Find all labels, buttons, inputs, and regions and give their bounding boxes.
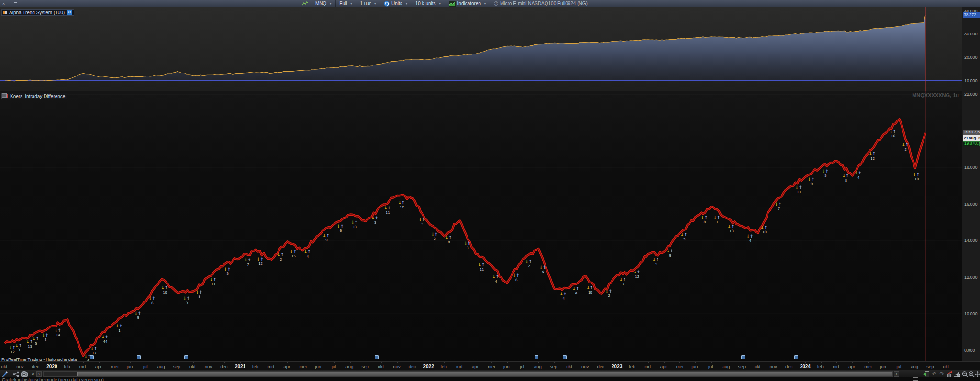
- price-legend-chip[interactable]: Koers Intraday Difference: [1, 93, 67, 99]
- timeline-tick: [868, 362, 869, 363]
- buy-arrow-icon: ↑: [199, 290, 203, 294]
- trade-marker: ↓↑3: [464, 241, 471, 250]
- buy-arrow-icon: ↑: [354, 220, 358, 225]
- reset-icon[interactable]: ↺: [67, 10, 72, 15]
- scroll-right-arrow[interactable]: ›: [894, 371, 899, 377]
- chart-trade-icon[interactable]: [946, 371, 953, 377]
- window-mode-icon[interactable]: [913, 377, 918, 381]
- trade-marker: ↓↑11: [478, 262, 485, 272]
- symbol-dropdown[interactable]: MNQ▼: [312, 0, 336, 7]
- note-icon[interactable]: [794, 355, 798, 359]
- info-icon[interactable]: i: [494, 1, 498, 6]
- trade-marker: ↓↑44: [101, 335, 109, 344]
- trade-count-label: 2: [608, 294, 610, 298]
- note-icon[interactable]: [563, 355, 567, 359]
- timeline-tick: [67, 362, 68, 363]
- redo-icon[interactable]: ↷: [938, 371, 945, 377]
- trade-count-label: 6: [515, 278, 518, 282]
- timeline-tick: [319, 362, 319, 363]
- trade-count-label: 11: [212, 283, 216, 286]
- trade-count-label: 3: [683, 238, 685, 241]
- trade-marker: ↓↑16: [890, 129, 897, 138]
- chart-icon: [449, 1, 456, 7]
- units-dropdown[interactable]: Units▼: [380, 0, 412, 7]
- trade-count-label: 3: [467, 246, 468, 250]
- trade-count-label: 13: [28, 345, 32, 348]
- buy-arrow-icon: ↑: [36, 337, 40, 341]
- buy-arrow-icon: ↑: [656, 257, 659, 262]
- timeline-tick: [83, 362, 84, 363]
- crosshair-icon[interactable]: [974, 371, 980, 377]
- note-icon[interactable]: [535, 355, 538, 359]
- trade-marker: ↓↑1: [115, 324, 122, 333]
- trade-count-label: 3: [186, 301, 188, 305]
- buy-arrow-icon: ↑: [543, 265, 546, 270]
- timeline-tick: [99, 362, 100, 363]
- timeline-tick: [193, 362, 194, 363]
- close-icon[interactable]: ×: [2, 1, 5, 6]
- timeline-tick: [664, 362, 665, 363]
- y-axis-label: 40.000: [964, 9, 978, 13]
- trade-count-label: 11: [480, 268, 484, 272]
- trade-count-label: 17: [92, 351, 97, 355]
- note-icon[interactable]: [741, 355, 745, 359]
- trade-count-label: 2: [904, 148, 906, 152]
- timeframe-dropdown[interactable]: 1 uur▼: [356, 0, 380, 7]
- buy-arrow-icon: ↑: [213, 277, 217, 282]
- trade-marker: ↓↑5: [224, 267, 231, 276]
- chevron-down-icon: ▼: [373, 2, 377, 5]
- scrollbar-thumb[interactable]: [77, 372, 892, 376]
- trade-count-label: 15: [291, 254, 296, 258]
- note-icon[interactable]: [137, 355, 141, 359]
- indicators-dropdown[interactable]: Indicatoren▼: [445, 0, 490, 7]
- note-icon[interactable]: [184, 355, 188, 359]
- chart-scrollbar[interactable]: [43, 371, 893, 377]
- timeline-tick: [381, 362, 382, 363]
- trade-count-label: 4: [858, 176, 860, 180]
- range-dropdown[interactable]: Full▼: [336, 0, 356, 7]
- zoom-out-icon[interactable]: [961, 371, 968, 377]
- scroll-left-arrow[interactable]: ‹: [36, 371, 42, 377]
- trade-count-label: 2: [280, 258, 282, 261]
- buy-arrow-icon: ↑: [119, 324, 122, 328]
- price-y-axis[interactable]: 19.917,50 21 aug. 2024 19.878,75 22.0001…: [962, 91, 980, 361]
- timeline-tick: [586, 362, 586, 363]
- trade-marker: ↓↑12: [257, 257, 264, 266]
- timeline-tick: [947, 362, 947, 363]
- undo-icon[interactable]: ↶: [931, 371, 937, 377]
- minimize-icon[interactable]: –: [8, 1, 11, 6]
- timeline-tick: [601, 362, 601, 363]
- buy-arrow-icon: ↑: [468, 241, 471, 246]
- timeline-tick: [287, 362, 288, 363]
- trade-count-label: 5: [227, 272, 229, 276]
- y-axis-label: 22.000: [964, 92, 978, 97]
- timeline-tick: [476, 362, 476, 363]
- units-value-dropdown[interactable]: 10 k units▼: [412, 0, 445, 7]
- timeline-tick: [146, 362, 146, 363]
- equity-y-axis[interactable]: 38.272 40.00030.00020.00010.000: [962, 7, 980, 91]
- trade-count-label: 3: [18, 348, 20, 352]
- chart-zoom-icon[interactable]: [954, 371, 960, 377]
- buy-arrow-icon: ↑: [778, 202, 782, 207]
- time-axis[interactable]: okt.nov.dec.2020feb.mrt.apr.meijun.jul.a…: [0, 361, 980, 370]
- trade-marker: ↓↑9: [808, 177, 815, 186]
- buy-arrow-icon: ↑: [138, 311, 142, 316]
- maximize-icon[interactable]: [14, 2, 17, 5]
- trade-marker: ↓↑17: [398, 200, 405, 209]
- trade-count-label: 16: [891, 134, 895, 138]
- trade-marker: ↓↑4: [560, 292, 567, 301]
- bottom-toolbar: « ‹ › ↶ ↷: [0, 370, 980, 377]
- trade-count-label: 1: [716, 220, 718, 224]
- timeline-tick: [5, 362, 5, 363]
- timeline-tick: [224, 362, 225, 363]
- trade-marker: ↓↑6: [512, 273, 520, 282]
- detach-icon[interactable]: [923, 371, 929, 377]
- timeline-tick: [256, 362, 256, 363]
- equity-panel: Alpha Trend System (100) ↺ 38.272 40.000…: [0, 7, 980, 91]
- indicator-legend-chip[interactable]: Alpha Trend System (100) ↺: [1, 9, 74, 16]
- trade-count-label: 12: [870, 157, 875, 161]
- buy-arrow-icon: ↑: [448, 235, 452, 240]
- note-icon[interactable]: [375, 355, 379, 359]
- zoom-in-icon[interactable]: [968, 371, 975, 377]
- note-icon[interactable]: [90, 355, 94, 359]
